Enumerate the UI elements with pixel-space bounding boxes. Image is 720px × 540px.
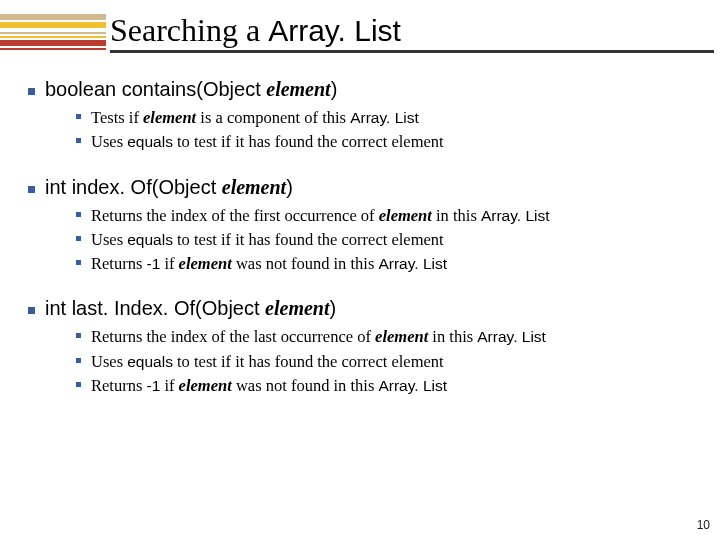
sub-bullet-text: Returns -1 if element was not found in t… — [91, 375, 447, 397]
title-underline — [110, 50, 714, 53]
sub-bullet-text: Returns the index of the last occurrence… — [91, 326, 546, 348]
slide-body: boolean contains(Object element)Tests if… — [28, 78, 696, 419]
title-pre: Searching a — [110, 12, 268, 48]
sub-bullet: Uses equals to test if it has found the … — [76, 351, 696, 373]
method-sig-text: int index. Of(Object element) — [45, 176, 293, 199]
bullet-icon — [28, 88, 35, 95]
bullet-icon — [28, 307, 35, 314]
method-signature: int last. Index. Of(Object element) — [28, 297, 696, 320]
sub-bullet: Uses equals to test if it has found the … — [76, 229, 696, 251]
sub-bullet-text: Returns the index of the first occurrenc… — [91, 205, 550, 227]
sub-bullet-text: Tests if element is a component of this … — [91, 107, 419, 129]
sub-bullet-text: Returns -1 if element was not found in t… — [91, 253, 447, 275]
slide-title: Searching a Array. List — [110, 14, 700, 48]
accent-stripes — [0, 14, 106, 54]
method-sublist: Returns the index of the first occurrenc… — [76, 205, 696, 276]
sub-bullet-text: Uses equals to test if it has found the … — [91, 229, 444, 251]
sub-bullet-text: Uses equals to test if it has found the … — [91, 351, 444, 373]
bullet-icon — [76, 236, 81, 241]
bullet-icon — [76, 358, 81, 363]
sub-bullet: Tests if element is a component of this … — [76, 107, 696, 129]
method-sig-text: int last. Index. Of(Object element) — [45, 297, 336, 320]
sub-bullet: Returns -1 if element was not found in t… — [76, 253, 696, 275]
bullet-icon — [76, 382, 81, 387]
bullet-icon — [76, 333, 81, 338]
method-signature: int index. Of(Object element) — [28, 176, 696, 199]
bullet-icon — [76, 138, 81, 143]
sub-bullet: Returns -1 if element was not found in t… — [76, 375, 696, 397]
bullet-icon — [28, 186, 35, 193]
sub-bullet: Uses equals to test if it has found the … — [76, 131, 696, 153]
title-code: Array. List — [268, 14, 401, 47]
method-sig-text: boolean contains(Object element) — [45, 78, 337, 101]
method-signature: boolean contains(Object element) — [28, 78, 696, 101]
method-sublist: Tests if element is a component of this … — [76, 107, 696, 154]
page-number: 10 — [697, 518, 710, 532]
bullet-icon — [76, 260, 81, 265]
sub-bullet: Returns the index of the last occurrence… — [76, 326, 696, 348]
sub-bullet-text: Uses equals to test if it has found the … — [91, 131, 444, 153]
bullet-icon — [76, 114, 81, 119]
bullet-icon — [76, 212, 81, 217]
method-sublist: Returns the index of the last occurrence… — [76, 326, 696, 397]
sub-bullet: Returns the index of the first occurrenc… — [76, 205, 696, 227]
